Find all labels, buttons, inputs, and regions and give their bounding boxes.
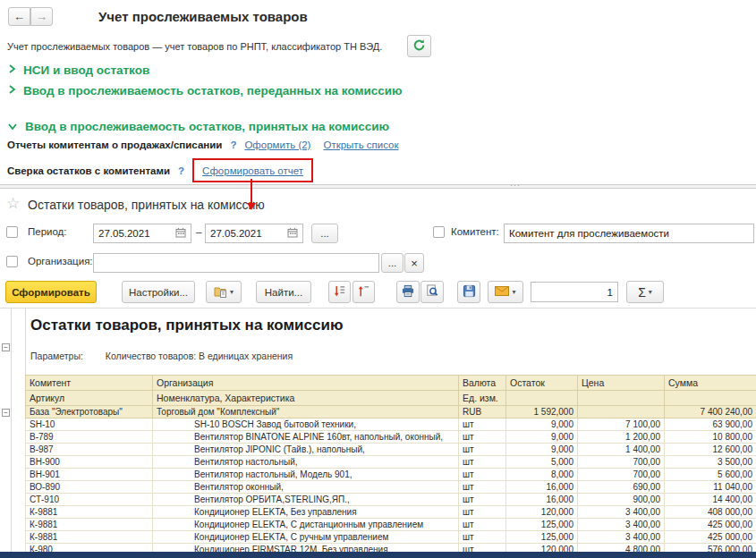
table-row-7[interactable]: К-9881Кондиционер ELEKTA, Без управления… [26, 506, 756, 519]
find-button[interactable]: Найти... [256, 281, 311, 303]
table-row-4-cell-1: Вентилятор настольный, Модель 901, [153, 469, 459, 481]
printer-icon [401, 284, 415, 300]
table-row-3-cell-5: 3 500,00 [665, 456, 756, 469]
sum-button[interactable]: Σ ▾ [626, 281, 664, 303]
table-row-1-cell-3: 9,000 [506, 431, 578, 444]
header-price[interactable]: Цена [578, 376, 665, 391]
save-icon [463, 284, 476, 300]
table-row-6-cell-5: 14 400,00 [665, 494, 756, 506]
table-row-2[interactable]: В-987Вентилятор JIPONIC (Тайв.), напольн… [26, 444, 756, 456]
header-article[interactable]: Артикул [26, 391, 153, 406]
settings-button[interactable]: Настройки... [122, 281, 195, 303]
table-row-3-cell-3: 5,000 [506, 456, 578, 469]
table-row-9-cell-0: К-9881 [26, 531, 153, 544]
table-row-3-cell-4: 700,00 [578, 456, 665, 469]
table-row-5-cell-5: 11 040,00 [665, 481, 756, 494]
table-row-1[interactable]: В-789Вентилятор BINATONE ALPINE 160вт, н… [26, 431, 756, 444]
table-row-6[interactable]: СТ-910Вентилятор ОРБИТА,STERLING,ЯП.,шт1… [26, 494, 756, 506]
collapse-groups-button[interactable] [353, 281, 375, 303]
header-unit[interactable]: Ед. изм. [459, 391, 506, 406]
table-row-9[interactable]: К-9881Кондиционер ELEKTA, С ручным управ… [26, 531, 756, 544]
section-prinyatyh[interactable]: Ввод в прослеживаемость остатков, принят… [7, 119, 389, 134]
table-row-2-cell-4: 1 400,00 [578, 444, 665, 456]
organization-select-button[interactable]: ... [381, 253, 403, 273]
header-sum[interactable]: Сумма [665, 376, 756, 391]
collapse-section-toggle[interactable]: − [2, 343, 10, 351]
header-currency[interactable]: Валюта [459, 376, 506, 391]
header-balance[interactable]: Остаток [506, 376, 578, 391]
splitter-handle-dots[interactable]: ··· [510, 181, 521, 190]
table-group-row[interactable]: База "Электротовары"Торговый дом "Компле… [26, 406, 756, 418]
history-nav: ← → [8, 7, 53, 26]
collapse-group-toggle[interactable]: − [2, 409, 10, 417]
refresh-button[interactable] [407, 35, 431, 57]
favorite-star-icon[interactable]: ☆ [6, 194, 20, 213]
oformit-link[interactable]: Оформить (2) [244, 140, 310, 150]
back-button[interactable]: ← [8, 7, 30, 26]
header-empty [578, 391, 665, 406]
report-variants-button[interactable]: ▾ [206, 281, 242, 303]
table-row-7-cell-2: шт [459, 506, 506, 519]
table-row-2-cell-2: шт [459, 444, 506, 456]
komitent-input[interactable]: Комитент для прослеживаемости [504, 224, 754, 243]
calendar-icon[interactable] [175, 227, 186, 240]
section-nsi[interactable]: НСИ и ввод остатков [7, 63, 149, 78]
help-icon[interactable]: ? [230, 140, 236, 150]
table-row-0[interactable]: SH-10SH-10 BOSCH Завод бытовой техники,ш… [26, 418, 756, 431]
table-row-5[interactable]: ВО-890Вентилятор оконный,шт16,000690,001… [26, 481, 756, 494]
organization-checkbox[interactable] [6, 256, 18, 267]
table-row-6-cell-4: 900,00 [578, 494, 665, 506]
table-row-4[interactable]: ВН-901Вентилятор настольный, Модель 901,… [26, 469, 756, 481]
page-number-value: 1 [607, 287, 613, 298]
help-icon[interactable]: ? [178, 165, 184, 176]
send-mail-button[interactable]: ▾ [488, 281, 523, 303]
section-peredannyh[interactable]: Ввод в прослеживаемость остатков, переда… [7, 83, 403, 98]
parameters-label: Параметры: [30, 351, 83, 361]
row-label: Сверка остатков с комитентами [7, 165, 170, 176]
print-button[interactable] [396, 281, 420, 303]
organization-clear-button[interactable]: × [404, 253, 424, 273]
table-row-4-cell-4: 700,00 [578, 469, 665, 481]
table-row-5-cell-1: Вентилятор оконный, [153, 481, 459, 494]
dropdown-arrow-icon: ▾ [512, 288, 515, 296]
expand-groups-button[interactable] [328, 281, 351, 303]
report-window-title: Остатки товаров, принятых на комиссию [28, 198, 265, 212]
generate-report-link[interactable]: Сформировать отчет [202, 165, 303, 176]
table-row-7-cell-5: 408 000,00 [665, 506, 756, 519]
table-group-row-cell-1: Торговый дом "Комплексный" [153, 406, 459, 418]
generate-button[interactable]: Сформировать [5, 281, 97, 303]
open-list-link[interactable]: Открыть список [323, 140, 398, 150]
report-table-body: Комитент Организация Валюта Остаток Цена… [26, 376, 756, 556]
organization-input[interactable] [93, 253, 379, 273]
mail-icon [495, 286, 509, 298]
table-row-3[interactable]: ВН-900Вентилятор настольный,шт5,000700,0… [26, 456, 756, 469]
page-number-input[interactable]: 1 [531, 282, 618, 302]
period-to-input[interactable]: 27.05.2021 [205, 224, 303, 243]
refresh-icon [412, 38, 426, 54]
period-from-input[interactable]: 27.05.2021 [93, 224, 191, 243]
chevron-right-icon [7, 84, 16, 97]
header-organization[interactable]: Организация [153, 376, 459, 391]
komitent-checkbox[interactable] [433, 226, 445, 238]
calendar-icon[interactable] [287, 227, 298, 240]
table-row-8[interactable]: К-9881Кондиционер ELEKTA, С дистанционны… [26, 519, 756, 531]
table-row-5-cell-0: ВО-890 [26, 481, 153, 494]
print-preview-button[interactable] [420, 281, 444, 303]
window-splitter[interactable] [0, 184, 756, 189]
period-more-button[interactable]: ... [311, 224, 338, 243]
table-row-9-cell-3: 125,000 [506, 531, 578, 544]
period-from-value: 27.05.2021 [98, 228, 150, 239]
header-komitent[interactable]: Комитент [26, 376, 153, 391]
table-group-row-cell-3: 1 592,000 [506, 406, 578, 418]
table-row-5-cell-4: 690,00 [578, 481, 665, 494]
table-header-row-1: Комитент Организация Валюта Остаток Цена… [26, 376, 756, 391]
header-nomenclature[interactable]: Номенклатура, Характеристика [153, 391, 459, 406]
forward-button[interactable]: → [30, 7, 53, 26]
table-row-1-cell-0: В-789 [26, 431, 153, 444]
table-row-7-cell-4: 3 400,00 [578, 506, 665, 519]
table-group-row-cell-4 [578, 406, 665, 418]
period-checkbox[interactable] [6, 226, 18, 238]
save-button[interactable] [457, 281, 480, 303]
forward-icon: → [36, 10, 47, 23]
dropdown-arrow-icon: ▾ [230, 288, 234, 296]
